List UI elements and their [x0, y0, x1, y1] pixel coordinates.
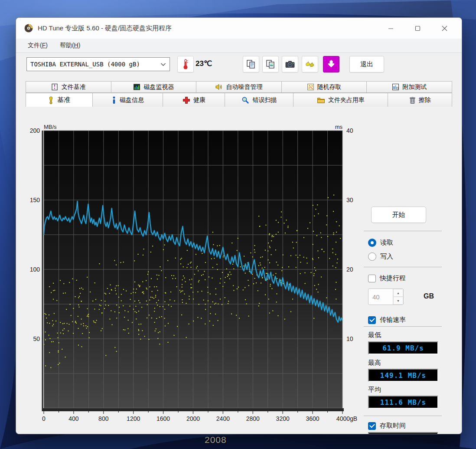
min-label: 最低 — [368, 331, 381, 339]
menubar: 文件(F) 帮助(H) — [16, 39, 462, 53]
short-stroke-size-value: 40 — [368, 289, 393, 305]
max-value-display: 149.1 MB/s — [368, 369, 438, 382]
drive-select-value: TOSHIBA EXTERNAL_USB (4000 gB) — [30, 61, 140, 68]
tab-disk-info[interactable]: 磁盘信息 — [93, 93, 163, 107]
tab-health[interactable]: 健康 — [163, 93, 225, 107]
titlebar: HD Tune 专业版 5.60 - 硬盘/固态硬盘实用程序 — [16, 18, 462, 39]
window-title: HD Tune 专业版 5.60 - 硬盘/固态硬盘实用程序 — [38, 24, 172, 33]
minimize-button[interactable] — [387, 25, 394, 32]
benchmark-icon — [48, 96, 54, 105]
tab-aam[interactable]: 自动噪音管理 — [196, 81, 282, 93]
max-label: 最高 — [368, 359, 381, 367]
access-time-display: 18.2 毫 — [368, 432, 438, 434]
copy-image-button[interactable] — [262, 56, 279, 72]
min-value-display: 61.9 MB/s — [368, 341, 438, 354]
svg-text:1200: 1200 — [127, 415, 140, 422]
disk-info-icon — [111, 96, 117, 104]
random-access-icon — [307, 83, 314, 91]
read-radio[interactable] — [368, 239, 376, 247]
screenshot-button[interactable] — [282, 56, 298, 72]
separator — [364, 267, 442, 267]
avg-value-display: 111.6 MB/s — [368, 396, 438, 409]
svg-text:ms: ms — [335, 124, 343, 130]
donate-icon — [305, 60, 315, 69]
toolbar: TOSHIBA EXTERNAL_USB (4000 gB) 23℃ — [16, 53, 462, 79]
svg-text:30: 30 — [346, 197, 353, 203]
separator — [364, 416, 442, 416]
write-option[interactable]: 写入 — [368, 252, 393, 261]
drive-select[interactable]: TOSHIBA EXTERNAL_USB (4000 gB) — [26, 57, 170, 71]
health-icon — [183, 96, 190, 104]
read-label: 读取 — [380, 239, 393, 247]
temperature-button[interactable] — [177, 56, 194, 72]
transfer-rate-checkbox[interactable] — [368, 316, 376, 324]
avg-label: 平均 — [368, 386, 381, 394]
tab-folder-usage[interactable]: 文件夹占用率 — [293, 93, 388, 107]
maximize-button[interactable] — [414, 25, 421, 32]
short-stroke-label: 快捷行程 — [380, 274, 406, 282]
tab-disk-monitor[interactable]: 磁盘监视器 — [111, 81, 197, 93]
gb-unit-label: GB — [424, 292, 434, 300]
tab-row-top: ! 文件基准 磁盘监视器 自动噪音管理 — [26, 81, 452, 93]
hdtune-logo-icon — [24, 23, 33, 33]
close-icon — [442, 26, 447, 31]
copy-image-icon — [266, 59, 275, 69]
maximize-icon — [415, 26, 421, 31]
spin-down-button[interactable]: ▼ — [393, 297, 403, 305]
access-time-checkbox[interactable] — [368, 422, 376, 430]
short-stroke-size-input[interactable]: 40 ▲ ▼ — [368, 288, 404, 305]
svg-text:100: 100 — [30, 266, 40, 273]
close-button[interactable] — [441, 25, 448, 32]
chevron-down-icon — [160, 62, 166, 66]
separator — [364, 326, 442, 327]
tab-random-access[interactable]: 随机存取 — [282, 81, 367, 93]
save-results-button[interactable] — [323, 56, 339, 72]
svg-text:0: 0 — [42, 415, 46, 422]
menu-help[interactable]: 帮助(H) — [55, 40, 85, 51]
write-label: 写入 — [380, 252, 393, 261]
svg-text:!: ! — [53, 84, 55, 90]
file-benchmark-icon: ! — [51, 83, 59, 91]
save-results-icon — [327, 60, 336, 69]
transfer-rate-label: 传输速率 — [380, 316, 406, 324]
desktop: 2008 HD Tune 专业版 5.60 - 硬盘/固态硬盘实用程序 — [0, 0, 476, 449]
menu-file[interactable]: 文件(F) — [23, 40, 52, 51]
transfer-rate-option[interactable]: 传输速率 — [368, 316, 406, 324]
spin-up-button[interactable]: ▲ — [393, 289, 403, 297]
svg-text:4000gB: 4000gB — [336, 415, 357, 422]
disk-monitor-icon — [133, 83, 140, 91]
thermometer-icon — [182, 59, 189, 70]
short-stroke-checkbox[interactable] — [368, 275, 376, 282]
tab-extra-tests[interactable]: 附加测试 — [367, 81, 452, 93]
svg-text:50: 50 — [33, 335, 40, 342]
error-scan-icon — [241, 96, 249, 104]
benchmark-chart: 040080012001600200024002800320036004000g… — [25, 124, 359, 432]
benchmark-pane: 040080012001600200024002800320036004000g… — [16, 107, 462, 434]
tab-erase[interactable]: 擦除 — [388, 93, 452, 107]
svg-text:150: 150 — [30, 197, 40, 203]
desktop-watermark: 2008 — [205, 435, 227, 445]
access-time-option[interactable]: 存取时间 — [368, 422, 406, 430]
exit-button[interactable]: 退出 — [349, 56, 384, 72]
tab-benchmark[interactable]: 基准 — [26, 93, 93, 107]
hd-tune-window: HD Tune 专业版 5.60 - 硬盘/固态硬盘实用程序 文件(F) 帮助(… — [16, 17, 462, 434]
aam-icon — [215, 83, 223, 91]
svg-text:2000: 2000 — [186, 415, 200, 422]
svg-text:3200: 3200 — [276, 415, 290, 422]
svg-text:800: 800 — [98, 415, 109, 422]
read-option[interactable]: 读取 — [368, 239, 393, 247]
screenshot-icon — [285, 60, 295, 69]
short-stroke-option[interactable]: 快捷行程 — [368, 274, 406, 282]
svg-text:20: 20 — [346, 266, 353, 273]
copy-text-button[interactable] — [243, 56, 259, 72]
start-button[interactable]: 开始 — [371, 206, 426, 223]
svg-text:40: 40 — [346, 127, 353, 134]
write-radio[interactable] — [368, 252, 376, 261]
donate-button[interactable] — [302, 56, 318, 72]
svg-text:MB/s: MB/s — [44, 124, 57, 130]
tab-error-scan[interactable]: 错误扫描 — [225, 93, 293, 107]
minimize-icon — [388, 26, 394, 31]
tab-file-benchmark[interactable]: ! 文件基准 — [26, 81, 111, 93]
svg-text:10: 10 — [346, 335, 353, 342]
copy-text-icon — [246, 59, 256, 69]
